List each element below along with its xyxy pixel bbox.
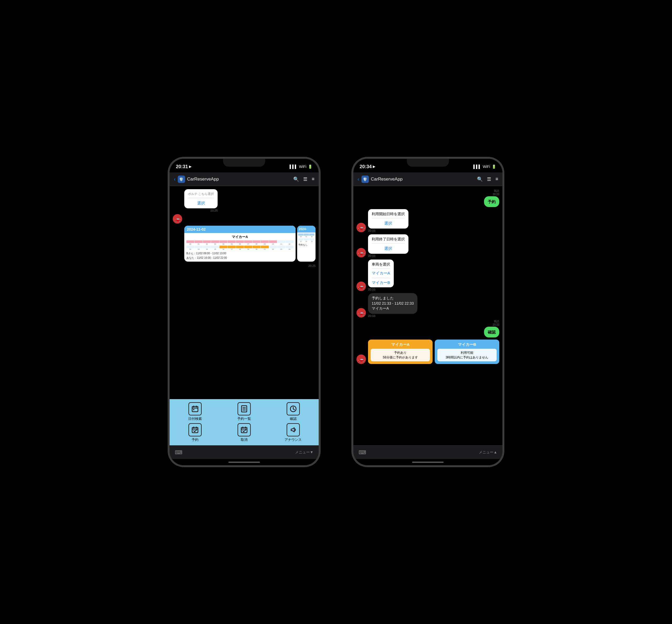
car-b-name: マイカーB	[437, 342, 497, 347]
bottom-menu-area: 日付検索 予約一覧	[170, 399, 319, 445]
start-date-card: 利用開始日時を選択 選択	[368, 209, 408, 229]
app-title-right: CarReserveApp	[371, 177, 475, 182]
car-select-title: 車両を選択	[368, 260, 394, 268]
menu-item-cancel[interactable]: 取消	[221, 423, 268, 442]
app-title-left: CarReserveApp	[187, 177, 291, 182]
status-cards-wrap: マイカーA 予約あり 58分後に予約があります マイカーB 利用可能 3時間	[368, 340, 499, 364]
cal-cell-pink-7	[236, 240, 244, 243]
keyboard-icon-left[interactable]: ⌨	[175, 449, 182, 456]
home-bar-left	[228, 462, 260, 463]
end-select-btn[interactable]: 選択	[368, 243, 408, 254]
header-icons-left: 🔍 ☰ ≡	[293, 176, 315, 182]
cal-partial-row1	[298, 234, 315, 236]
msg-car-select: 🚗 車両を選択 マイカーA マイカーB 20:33	[356, 260, 499, 291]
start-select-btn[interactable]: 選択	[368, 218, 408, 229]
cal-cell-empty-1	[277, 240, 285, 243]
cancel-label: 取消	[241, 437, 248, 442]
menu-item-date-search[interactable]: 日付検索	[172, 402, 219, 421]
confirm-label: 確認	[290, 416, 297, 421]
car-b-confirm-card: マイカーB 利用可能 3時間以内に予約はありません	[435, 340, 499, 364]
cal-top-nums: 00 01 02 03 04 05 06 07 08 09 10 11	[186, 243, 294, 245]
cal-card-2: 2024- 00 01 02	[297, 226, 316, 262]
scene: 20:31 ▶ ▌▌▌ WiFi 🔋 ‹ 🛡️ CarReserveApp 🔍 …	[0, 0, 672, 624]
status-time-right: 20:34 ▶	[359, 164, 375, 170]
cal-body-1: マイカーA	[184, 233, 296, 262]
app-header-left: ‹ 🛡️ CarReserveApp 🔍 ☰ ≡	[170, 173, 319, 186]
kakunin-bubble: 確認	[484, 327, 499, 337]
location-icon: ▶	[189, 165, 191, 168]
confirm-icon	[287, 402, 300, 415]
select-btn-top[interactable]: 選択	[184, 198, 218, 208]
cal-cell-pink-3	[203, 240, 211, 243]
menu-item-announce[interactable]: アナウンス	[270, 423, 317, 442]
car-a-status: 予約あり 58分後に予約があります	[371, 349, 430, 361]
select-card-wrap: ポルテ こちら選択 選択 20:25	[184, 189, 218, 212]
cal-bot-row	[186, 245, 294, 248]
cal-top-row	[186, 240, 294, 243]
app-icon-left: 🛡️	[178, 176, 185, 183]
back-button-left[interactable]: ‹	[174, 176, 176, 182]
chat-area-right: 既読20:33 予約 🚗 利用開始日時を選択 選択 20:33 �	[353, 186, 502, 445]
booked-wrap: 予約しました 11/02 21:33 - 11/02 22:33 マイカーA 2…	[368, 293, 417, 317]
car-select-timestamp: 20:33	[368, 288, 394, 291]
kakunin-prenote: 既読20:33	[493, 320, 499, 326]
cal-cell-empty-2	[285, 240, 294, 243]
menu-item-yoyaku[interactable]: 予約	[172, 423, 219, 442]
car-select-card: 車両を選択 マイカーA マイカーB	[368, 260, 394, 287]
search-icon-right[interactable]: 🔍	[477, 176, 483, 182]
svg-line-11	[293, 409, 295, 410]
booked-bubble: 予約しました 11/02 21:33 - 11/02 22:33 マイカーA	[368, 293, 417, 314]
menu-btn-right[interactable]: メニュー▲	[479, 450, 497, 455]
svg-rect-12	[192, 427, 198, 433]
cal-cell-pink-8	[244, 240, 252, 243]
car-option-b[interactable]: マイカーB	[368, 278, 394, 287]
list-icon-left[interactable]: ☰	[303, 176, 307, 182]
yoyaku-prenote: 既読20:33	[493, 189, 499, 196]
back-button-right[interactable]: ‹	[357, 176, 359, 182]
status-time-left: 20:31 ▶	[176, 164, 191, 170]
msg-end-date: 🚗 利用終了日時を選択 選択 20:33	[356, 234, 499, 257]
end-date-title: 利用終了日時を選択	[368, 234, 408, 243]
yoyaku-icon	[189, 423, 202, 436]
menu-icon-right[interactable]: ≡	[495, 176, 498, 182]
menu-item-reservation-list[interactable]: 予約一覧	[221, 402, 268, 421]
car-option-a[interactable]: マイカーA	[368, 269, 394, 278]
start-date-title: 利用開始日時を選択	[368, 209, 408, 218]
wifi-icon: WiFi	[299, 164, 306, 169]
car-avatar-5: 🚗	[356, 308, 366, 317]
msg-booked: 🚗 予約しました 11/02 21:33 - 11/02 22:33 マイカーA…	[356, 293, 499, 317]
booked-timestamp: 20:33	[368, 314, 417, 317]
phone-notch-left	[223, 159, 265, 166]
bottom-bar-right: ⌨ メニュー▲	[353, 445, 502, 459]
status-icons-right: ▌▌▌ WiFi 🔋	[473, 164, 496, 169]
menu-icon-left[interactable]: ≡	[312, 176, 315, 182]
start-date-wrap: 利用開始日時を選択 選択 20:33	[368, 209, 408, 232]
svg-rect-16	[241, 427, 247, 433]
end-timestamp: 20:33	[368, 254, 408, 257]
cancel-icon	[238, 423, 251, 436]
cal-cards-row: 2024-11-02 マイカーA	[184, 226, 316, 262]
search-icon-left[interactable]: 🔍	[293, 176, 299, 182]
list-icon-right[interactable]: ☰	[487, 176, 491, 182]
home-bar-right	[412, 462, 444, 463]
cal-no-reservation: 予約なし	[298, 243, 315, 246]
reservation-list-icon	[238, 402, 251, 415]
signal-icon: ▌▌▌	[290, 164, 297, 169]
app-icon-right: 🛡️	[362, 176, 369, 183]
menu-item-confirm[interactable]: 確認	[270, 402, 317, 421]
cal-bot-nums: 12 13 14 15 16 17 18 19 20 21 22 23	[186, 249, 294, 250]
msg-status-cards: 🚗 マイカーA 予約あり 58分後に予約があります	[356, 340, 499, 364]
msg-start-date: 🚗 利用開始日時を選択 選択 20:33	[356, 209, 499, 232]
cal-cell-pink-2	[195, 240, 202, 243]
svg-rect-0	[192, 407, 198, 412]
end-date-card: 利用終了日時を選択 選択	[368, 234, 408, 254]
home-indicator-right	[353, 459, 502, 465]
car-a-name: マイカーA	[371, 342, 430, 347]
keyboard-icon-right[interactable]: ⌨	[358, 449, 366, 456]
menu-btn-left[interactable]: メニュー▼	[295, 450, 314, 455]
signal-icon-right: ▌▌▌	[473, 164, 481, 169]
cal-info: Bさん：11/02 09:00 - 11/02 13:00 あなた：11/02 …	[186, 251, 294, 260]
announce-icon	[287, 423, 300, 436]
yoyaku-bubble-wrap: 既読20:33 予約	[484, 189, 499, 207]
announce-label: アナウンス	[284, 437, 302, 442]
